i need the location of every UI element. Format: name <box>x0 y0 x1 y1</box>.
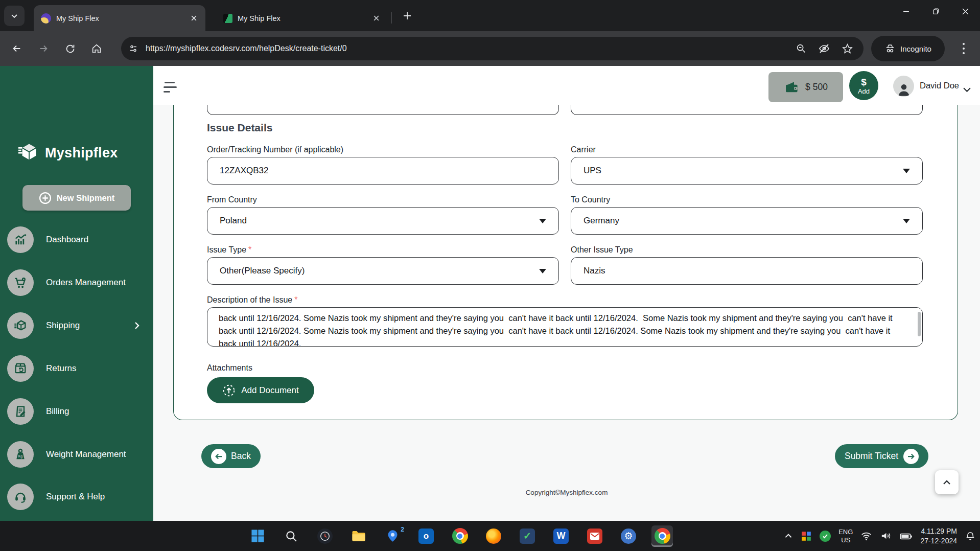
tab-close-icon[interactable] <box>189 14 198 23</box>
teams-check-icon[interactable]: ✓ <box>517 525 538 547</box>
window-controls <box>891 0 980 22</box>
carrier-select[interactable]: UPS <box>571 157 923 185</box>
section-title: Issue Details <box>207 122 272 134</box>
wifi-icon[interactable] <box>860 530 872 542</box>
tab-close-icon[interactable] <box>371 14 381 23</box>
clock-app-icon[interactable] <box>314 525 336 547</box>
user-menu-button[interactable] <box>963 85 971 96</box>
textarea-scrollbar[interactable] <box>918 312 921 336</box>
incognito-badge[interactable]: Incognito <box>871 36 945 61</box>
scroll-to-top-button[interactable] <box>935 470 959 494</box>
app-icon-badge-2[interactable]: 2 <box>382 525 403 547</box>
taskbar-search-button[interactable] <box>281 525 302 547</box>
tracking-number-field[interactable] <box>207 157 559 185</box>
battery-icon[interactable] <box>899 530 913 543</box>
submit-ticket-button[interactable]: Submit Ticket <box>835 444 928 468</box>
tracking-number-input[interactable] <box>220 166 546 176</box>
home-button[interactable] <box>86 38 107 59</box>
chevron-down-icon <box>10 12 18 20</box>
tab-separator <box>391 12 392 24</box>
tab-my-ship-flex-2[interactable]: My Ship Flex <box>216 5 388 31</box>
chevron-right-icon <box>133 322 141 330</box>
notification-bell-icon[interactable] <box>965 531 976 542</box>
required-asterisk: * <box>248 245 251 254</box>
sidebar-toggle-button[interactable] <box>164 82 177 93</box>
windows-logo-icon <box>250 529 265 543</box>
reload-icon <box>65 43 76 54</box>
sidebar-item-dashboard[interactable]: Dashboard <box>7 226 151 253</box>
tray-green-app-icon[interactable] <box>820 531 831 542</box>
chevron-up-icon <box>942 477 952 488</box>
issue-type-select[interactable]: Other(Please Specify) <box>207 257 559 285</box>
sidebar-item-orders-management[interactable]: Orders Management <box>7 269 151 296</box>
new-shipment-label: New Shipment <box>57 193 115 203</box>
sidebar: Myshipflex New Shipment Dashboard Orders… <box>0 66 153 521</box>
sidebar-item-billing[interactable]: Billing <box>7 398 151 425</box>
volume-icon[interactable] <box>880 530 892 542</box>
other-issue-type-input[interactable] <box>584 266 910 276</box>
tab-search-button[interactable] <box>4 6 25 26</box>
sidebar-item-weight-management[interactable]: Kg Weight Management <box>7 441 151 468</box>
minimize-button[interactable] <box>891 0 921 22</box>
dropdown-caret-icon <box>903 219 910 223</box>
cut-off-input-left[interactable] <box>207 105 559 115</box>
sidebar-item-shipping[interactable]: Shipping <box>7 312 151 339</box>
user-avatar[interactable] <box>893 76 914 97</box>
submit-button-label: Submit Ticket <box>845 451 898 462</box>
start-button[interactable] <box>247 525 268 547</box>
zoom-icon[interactable] <box>796 43 807 54</box>
browser-tabstrip: My Ship Flex My Ship Flex <box>0 0 980 31</box>
incognito-icon <box>884 43 896 54</box>
brand-name: Myshipflex <box>45 145 118 161</box>
back-nav-button[interactable] <box>6 38 28 59</box>
new-shipment-button[interactable]: New Shipment <box>22 185 131 211</box>
brand: Myshipflex <box>17 141 118 165</box>
add-funds-button[interactable]: $ Add <box>849 71 878 100</box>
sidebar-item-label: Billing <box>46 406 151 417</box>
chrome-active-icon[interactable] <box>651 525 673 547</box>
badge-count: 2 <box>401 526 404 533</box>
from-country-select[interactable]: Poland <box>207 207 559 235</box>
person-icon <box>896 81 912 97</box>
taskbar-clock[interactable]: 4.11.29 PM 27-12-2024 <box>920 526 957 546</box>
reload-button[interactable] <box>59 38 81 59</box>
settings-app-icon[interactable]: ⚙ <box>618 525 639 547</box>
dollar-icon: $ <box>861 77 867 87</box>
tab-title: My Ship Flex <box>56 14 184 22</box>
dashboard-chart-icon <box>7 226 34 253</box>
word-icon[interactable]: W <box>550 525 572 547</box>
outlook-icon[interactable]: o <box>415 525 437 547</box>
preview-hidden-icon[interactable] <box>818 42 830 55</box>
chrome-icon[interactable] <box>449 525 471 547</box>
browser-menu-button[interactable] <box>959 37 969 62</box>
to-country-select[interactable]: Germany <box>571 207 923 235</box>
forward-nav-button[interactable] <box>33 38 54 59</box>
file-explorer-icon[interactable] <box>348 525 369 547</box>
sidebar-item-label: Shipping <box>46 320 121 331</box>
site-settings-icon[interactable] <box>128 43 138 54</box>
tray-chevron-up-icon[interactable] <box>784 532 793 541</box>
description-textarea[interactable] <box>207 308 922 346</box>
address-bar[interactable]: https://myshipflex.codesrv.com/helpDesk/… <box>121 37 864 60</box>
maximize-button[interactable] <box>921 0 950 22</box>
bookmark-star-icon[interactable] <box>842 43 853 55</box>
add-document-button[interactable]: Add Document <box>207 377 314 403</box>
user-name: David Doe <box>920 81 959 90</box>
sidebar-item-returns[interactable]: Returns <box>7 355 151 382</box>
carrier-value: UPS <box>584 166 601 176</box>
close-window-button[interactable] <box>950 0 980 22</box>
tray-colored-app-icon[interactable] <box>801 531 812 542</box>
language-indicator[interactable]: ENG US <box>838 528 853 544</box>
wallet-balance[interactable]: $ 500 <box>768 72 843 102</box>
plus-circle-icon <box>39 192 52 204</box>
mail-app-icon[interactable] <box>584 525 605 547</box>
firefox-icon[interactable] <box>483 525 504 547</box>
new-tab-button[interactable] <box>401 9 414 22</box>
cut-off-input-right[interactable] <box>571 105 923 115</box>
dropdown-caret-icon <box>539 219 546 223</box>
back-button[interactable]: Back <box>201 444 261 468</box>
sidebar-item-support-help[interactable]: Support & Help <box>7 484 151 510</box>
tab-my-ship-flex-1[interactable]: My Ship Flex <box>34 5 205 31</box>
url-text[interactable]: https://myshipflex.codesrv.com/helpDesk/… <box>146 44 796 53</box>
other-issue-type-field[interactable] <box>571 257 923 285</box>
